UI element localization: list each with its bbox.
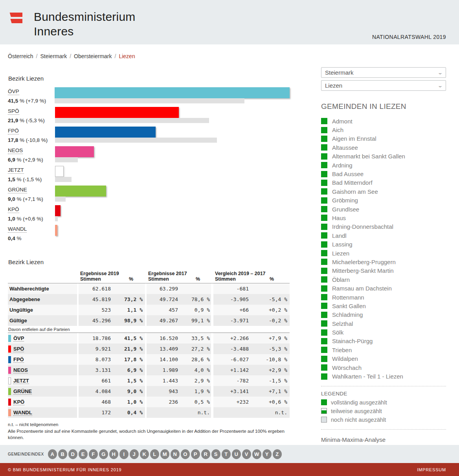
gemeinde-link[interactable]: Michaelerberg-Pruggern: [332, 259, 396, 265]
index-letter-v[interactable]: V: [242, 449, 251, 459]
index-letter-a[interactable]: A: [48, 449, 57, 459]
gemeinde-link[interactable]: Lassing: [332, 241, 353, 248]
gemeinde-link[interactable]: Gröbming: [332, 197, 358, 204]
gemeinde-link[interactable]: Irdning-Donnersbachtal: [332, 223, 393, 230]
gemeinde-item: Wahlkarten - Teil 1 - Liezen: [321, 372, 446, 380]
group-2017-cells: 63.299: [147, 283, 211, 294]
party-link[interactable]: SPÖ: [13, 346, 24, 352]
chart-value-label: 0,4 %: [8, 235, 55, 241]
gemeinde-link[interactable]: Altaussee: [332, 144, 358, 151]
party-link[interactable]: JETZT: [8, 167, 24, 174]
gemeinde-link[interactable]: Schladming: [332, 311, 363, 318]
index-letter-f[interactable]: F: [89, 449, 98, 459]
cell: +0,6 %: [251, 399, 290, 405]
district-dropdown[interactable]: Liezen ⌄: [321, 80, 446, 91]
impressum-link[interactable]: IMPRESSUM: [417, 467, 446, 472]
counted-status-icon: [321, 180, 327, 186]
party-link[interactable]: GRÜNE: [8, 187, 27, 193]
index-letter-h[interactable]: H: [109, 449, 118, 459]
gemeinde-link[interactable]: Haus: [332, 215, 346, 221]
index-letter-o[interactable]: O: [181, 449, 190, 459]
gemeinde-link[interactable]: Ardning: [332, 162, 353, 169]
group-2017-cells: n.t.: [147, 407, 211, 418]
index-letter-t[interactable]: T: [222, 449, 231, 459]
index-letter-p[interactable]: P: [191, 449, 200, 459]
group-diff-cells: +1.142+2,9 %: [213, 365, 290, 375]
index-letter-m[interactable]: M: [160, 449, 169, 459]
gemeinde-link[interactable]: Sölk: [332, 329, 343, 336]
bar-2017: [55, 197, 66, 202]
gemeinde-link[interactable]: Wahlkarten - Teil 1 - Liezen: [332, 373, 403, 380]
cell: 18.786: [79, 335, 113, 341]
gemeinde-link[interactable]: Öblarn: [332, 276, 350, 283]
cell: -10,8 %: [251, 357, 290, 362]
cell: n.t.: [180, 410, 211, 415]
party-link[interactable]: ÖVP: [8, 88, 19, 95]
legend-label: teilweise ausgezählt: [331, 408, 382, 414]
state-dropdown[interactable]: Steiermark ⌄: [321, 67, 446, 78]
gemeinde-link[interactable]: Altenmarkt bei Sankt Gallen: [332, 153, 405, 160]
counted-status-icon: [321, 373, 327, 380]
cell: 13.409: [147, 346, 180, 352]
index-letter-i[interactable]: I: [119, 449, 129, 459]
gemeinde-link[interactable]: Liezen: [332, 250, 349, 257]
gemeinde-link[interactable]: Sankt Gallen: [332, 303, 366, 309]
party-link[interactable]: WANDL: [8, 226, 27, 233]
gemeinde-link[interactable]: Bad Aussee: [332, 171, 364, 177]
chart-label: SPÖ21,9 % (-5,3 %): [8, 107, 55, 127]
gemeinde-link[interactable]: Gaishorn am See: [332, 188, 378, 195]
index-letter-n[interactable]: N: [171, 449, 180, 459]
breadcrumb-link-steiermark[interactable]: Steiermark: [40, 53, 67, 59]
gemeinde-link[interactable]: Selzthal: [332, 320, 353, 327]
index-letter-j[interactable]: J: [130, 449, 139, 459]
index-letter-u[interactable]: U: [232, 449, 241, 459]
row-label: Gültige: [8, 318, 27, 323]
index-letter-r[interactable]: R: [201, 449, 210, 459]
index-letter-z[interactable]: Z: [273, 449, 282, 459]
index-letter-b[interactable]: B: [58, 449, 67, 459]
group-2019-cells: 8.07317,8 %: [79, 354, 145, 365]
index-letter-l[interactable]: L: [150, 449, 159, 459]
party-link[interactable]: FPÖ: [13, 357, 24, 363]
party-link[interactable]: KPÖ: [13, 399, 24, 405]
index-letter-d[interactable]: D: [68, 449, 77, 459]
party-link[interactable]: SPÖ: [8, 108, 19, 115]
index-letter-k[interactable]: K: [140, 449, 149, 459]
gemeinde-link[interactable]: Grundlsee: [332, 206, 359, 213]
chart-row: SPÖ21,9 % (-5,3 %): [8, 107, 290, 127]
party-link[interactable]: ÖVP: [13, 335, 24, 342]
index-letter-e[interactable]: E: [79, 449, 88, 459]
gemeinde-link[interactable]: Trieben: [332, 347, 352, 353]
gemeinde-link[interactable]: Wildalpen: [332, 355, 358, 362]
gemeinde-link[interactable]: Wörschach: [332, 364, 362, 371]
gemeinde-link[interactable]: Aigen im Ennstal: [332, 135, 376, 142]
group-diff-cells: +3.141+7,1 %: [213, 386, 290, 397]
index-letter-y[interactable]: Y: [263, 449, 272, 459]
party-link[interactable]: JETZT: [13, 378, 29, 384]
party-link[interactable]: NEOS: [13, 367, 28, 373]
party-link[interactable]: GRÜNE: [13, 388, 32, 395]
index-letter-g[interactable]: G: [99, 449, 108, 459]
chart-value-label: 1,5 % (-1,5 %): [8, 176, 55, 182]
gemeinde-link[interactable]: Mitterberg-Sankt Martin: [332, 267, 394, 274]
gemeinde-link[interactable]: Ramsau am Dachstein: [332, 285, 392, 292]
gemeinde-link[interactable]: Stainach-Pürgg: [332, 338, 373, 344]
party-link[interactable]: WANDL: [13, 410, 32, 416]
party-link[interactable]: KPÖ: [8, 206, 19, 213]
cell: 73,2 %: [113, 296, 145, 302]
breadcrumb-link-obersteiermark[interactable]: Obersteiermark: [74, 53, 112, 59]
group-2017-cells: 9431,9 %: [147, 386, 211, 397]
gemeinde-link[interactable]: Aich: [332, 127, 343, 133]
breadcrumb-link-oesterreich[interactable]: Österreich: [8, 53, 33, 59]
party-link[interactable]: NEOS: [8, 147, 23, 154]
minima-maxima-link[interactable]: Minima-Maxima-Analyse: [321, 436, 386, 443]
gemeinde-link[interactable]: Landl: [332, 232, 347, 239]
index-letter-s[interactable]: S: [211, 449, 220, 459]
party-color-icon: [8, 346, 11, 353]
gemeinde-link[interactable]: Bad Mitterndorf: [332, 179, 373, 186]
index-letter-w[interactable]: W: [252, 449, 261, 459]
cell: +232: [213, 399, 251, 405]
party-link[interactable]: FPÖ: [8, 128, 19, 134]
gemeinde-link[interactable]: Admont: [332, 118, 353, 125]
gemeinde-link[interactable]: Rottenmann: [332, 294, 364, 301]
